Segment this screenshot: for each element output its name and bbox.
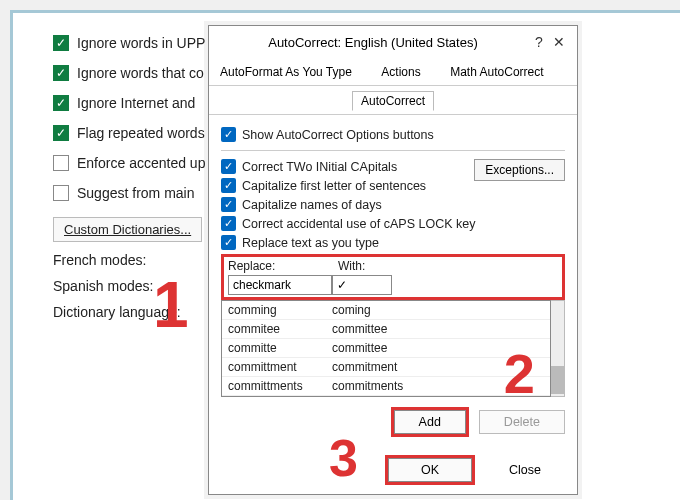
- help-button[interactable]: ?: [529, 32, 549, 52]
- opt-flag-repeated[interactable]: ✓ Flag repeated words: [53, 123, 205, 143]
- opt-ignore-internet[interactable]: ✓ Ignore Internet and: [53, 93, 205, 113]
- option-label: Suggest from main: [77, 185, 195, 201]
- opt-capitalize-days[interactable]: ✓ Capitalize names of days: [221, 197, 565, 212]
- checkbox-icon: ✓: [221, 216, 236, 231]
- annotation-box-ok: OK: [385, 455, 475, 485]
- list-item: committmentcommitment: [222, 358, 550, 377]
- window-frame: ✓ Ignore words in UPP ✓ Ignore words tha…: [10, 10, 680, 500]
- opt-ignore-numbers[interactable]: ✓ Ignore words that co: [53, 63, 205, 83]
- proofing-options-panel: ✓ Ignore words in UPP ✓ Ignore words tha…: [53, 33, 205, 320]
- option-label: Capitalize first letter of sentences: [242, 179, 426, 193]
- opt-show-autocorrect-buttons[interactable]: ✓ Show AutoCorrect Options buttons: [221, 127, 565, 142]
- dialog-titlebar: AutoCorrect: English (United States) ? ✕: [209, 26, 577, 58]
- option-label: Ignore words in UPP: [77, 35, 205, 51]
- tab-autoformat-as-you-type[interactable]: AutoFormat As You Type: [209, 58, 363, 85]
- tab-autocorrect[interactable]: AutoCorrect: [352, 91, 434, 111]
- option-label: Capitalize names of days: [242, 198, 382, 212]
- option-label: Correct TWo INitial CApitals: [242, 160, 397, 174]
- close-icon[interactable]: ✕: [549, 32, 569, 52]
- french-modes-label: French modes:: [53, 252, 205, 268]
- replace-label: Replace:: [228, 259, 338, 273]
- checkbox-icon: [53, 185, 69, 201]
- checkbox-icon: ✓: [53, 95, 69, 111]
- subtab-row: AutoCorrect: [209, 86, 577, 115]
- checkbox-icon: ✓: [221, 127, 236, 142]
- checkbox-icon: ✓: [53, 35, 69, 51]
- opt-replace-as-you-type[interactable]: ✓ Replace text as you type: [221, 235, 565, 250]
- option-label: Flag repeated words: [77, 125, 205, 141]
- checkbox-icon: ✓: [221, 178, 236, 193]
- custom-dictionaries-button[interactable]: Custom Dictionaries...: [53, 217, 202, 242]
- opt-capitalize-sentence[interactable]: ✓ Capitalize first letter of sentences: [221, 178, 474, 193]
- list-item: commingcoming: [222, 301, 550, 320]
- checkbox-icon: [53, 155, 69, 171]
- option-label: Show AutoCorrect Options buttons: [242, 128, 434, 142]
- autocorrect-dialog: AutoCorrect: English (United States) ? ✕…: [208, 25, 578, 495]
- checkbox-icon: ✓: [53, 65, 69, 81]
- scroll-thumb[interactable]: [551, 366, 564, 394]
- add-button[interactable]: Add: [394, 410, 466, 434]
- checkbox-icon: ✓: [221, 197, 236, 212]
- replace-with-group: Replace: With:: [221, 254, 565, 300]
- dialog-title: AutoCorrect: English (United States): [217, 35, 529, 50]
- ok-button[interactable]: OK: [388, 458, 472, 482]
- list-item: committecommittee: [222, 339, 550, 358]
- option-label: Replace text as you type: [242, 236, 379, 250]
- checkbox-icon: ✓: [221, 235, 236, 250]
- autocorrect-entries-list[interactable]: commingcoming commiteecommittee committe…: [221, 300, 551, 397]
- opt-caps-lock[interactable]: ✓ Correct accidental use of cAPS LOCK ke…: [221, 216, 565, 231]
- option-label: Ignore Internet and: [77, 95, 195, 111]
- spanish-modes-label: Spanish modes:: [53, 278, 205, 294]
- tab-math-autocorrect[interactable]: Math AutoCorrect: [439, 58, 554, 85]
- with-input[interactable]: [332, 275, 392, 295]
- opt-two-initial-caps[interactable]: ✓ Correct TWo INitial CApitals: [221, 159, 474, 174]
- close-button[interactable]: Close: [485, 459, 565, 481]
- dialog-body: ✓ Show AutoCorrect Options buttons Excep…: [209, 115, 577, 493]
- option-label: Ignore words that co: [77, 65, 204, 81]
- dictionary-language-label: Dictionary language:: [53, 304, 205, 320]
- opt-enforce-accented[interactable]: Enforce accented up: [53, 153, 205, 173]
- list-item: committmentscommitments: [222, 377, 550, 396]
- option-label: Correct accidental use of cAPS LOCK key: [242, 217, 475, 231]
- dialog-tabs: AutoFormat As You Type Actions Math Auto…: [209, 58, 577, 86]
- checkbox-icon: ✓: [221, 159, 236, 174]
- opt-suggest-main[interactable]: Suggest from main: [53, 183, 205, 203]
- exceptions-button[interactable]: Exceptions...: [474, 159, 565, 181]
- list-scrollbar[interactable]: [551, 300, 565, 397]
- tab-actions[interactable]: Actions: [370, 58, 431, 85]
- with-label: With:: [338, 259, 365, 273]
- opt-ignore-uppercase[interactable]: ✓ Ignore words in UPP: [53, 33, 205, 53]
- checkbox-icon: ✓: [53, 125, 69, 141]
- option-label: Enforce accented up: [77, 155, 205, 171]
- list-item: commiteecommittee: [222, 320, 550, 339]
- annotation-box-add: Add: [391, 407, 469, 437]
- replace-input[interactable]: [228, 275, 332, 295]
- delete-button: Delete: [479, 410, 565, 434]
